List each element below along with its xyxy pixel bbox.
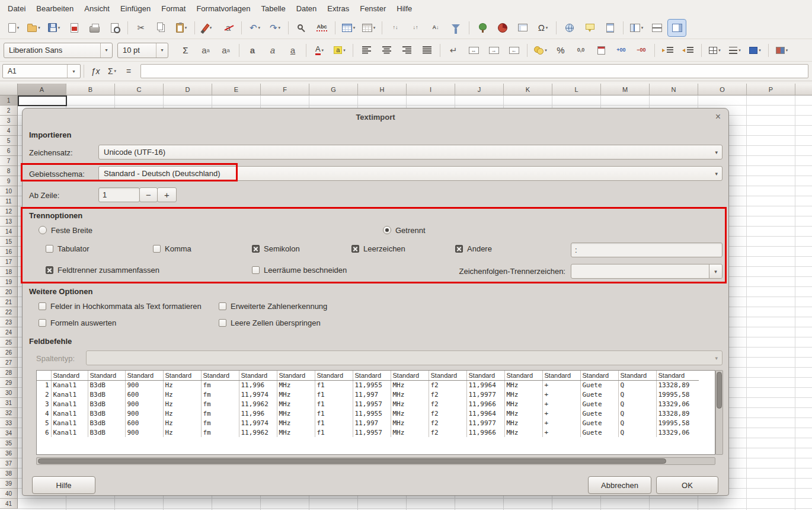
print-preview-icon[interactable] (106, 20, 123, 36)
insert-rows-icon[interactable]: ▾ (340, 20, 357, 36)
formula-icon[interactable]: = (121, 63, 136, 79)
column-header-o[interactable]: O (698, 84, 747, 95)
row-header-17[interactable]: 17 (0, 257, 18, 267)
ab-zeile-input[interactable]: 1 (98, 187, 140, 202)
row-header-37[interactable]: 37 (0, 458, 18, 468)
row-header-32[interactable]: 32 (0, 408, 18, 418)
row-header-35[interactable]: 35 (0, 438, 18, 448)
preview-column-header[interactable]: Standard (201, 371, 239, 380)
insert-pivot-table-icon[interactable] (514, 20, 532, 36)
row-header-30[interactable]: 30 (0, 388, 18, 398)
leerzeichen-checkbox[interactable]: Leerzeichen (351, 244, 405, 253)
column-header-p[interactable]: P (747, 84, 795, 95)
row-header-27[interactable]: 27 (0, 358, 18, 368)
help-button[interactable]: Hilfe (32, 476, 95, 494)
scrollbar-thumb[interactable] (717, 372, 722, 409)
menu-tabelle[interactable]: Tabelle (255, 2, 290, 15)
row-header-40[interactable]: 40 (0, 489, 18, 499)
border-color-icon[interactable]: ▾ (746, 42, 764, 59)
autofilter-icon[interactable] (447, 20, 465, 36)
cut-icon[interactable]: ✂ (132, 20, 150, 36)
align-right-icon[interactable] (398, 42, 415, 59)
undo-icon[interactable]: ↶▾ (246, 20, 264, 36)
row-header-28[interactable]: 28 (0, 368, 18, 378)
row-header-29[interactable]: 29 (0, 378, 18, 388)
preview-column-header[interactable]: Standard (315, 371, 353, 380)
insert-comment-icon[interactable] (581, 20, 599, 36)
row-header-7[interactable]: 7 (0, 156, 18, 166)
paste-icon[interactable]: ▾ (172, 20, 190, 36)
preview-horizontal-scrollbar[interactable] (36, 457, 715, 465)
preview-column-header[interactable]: Standard (504, 371, 542, 380)
column-header-a[interactable]: A (18, 84, 66, 95)
align-left-icon[interactable] (357, 42, 375, 59)
chevron-down-icon[interactable] (709, 264, 722, 278)
feldtrenner-zusammenfassen-checkbox[interactable]: Feldtrenner zusammenfassen (46, 265, 159, 275)
row-header-13[interactable]: 13 (0, 216, 18, 227)
sidebar-icon[interactable] (668, 20, 686, 36)
column-header-c[interactable]: C (115, 84, 164, 95)
row-header-22[interactable]: 22 (0, 307, 18, 317)
sum-icon[interactable]: Σ (177, 42, 194, 59)
row-header-41[interactable]: 41 (0, 499, 18, 509)
preview-column-header[interactable]: Standard (618, 371, 656, 380)
export-pdf-icon[interactable] (65, 20, 83, 36)
feste-breite-radio[interactable]: Feste Breite (39, 225, 92, 235)
new-document-icon[interactable]: ▾ (5, 20, 23, 36)
subscript-icon[interactable]: aa (217, 42, 235, 59)
row-header-8[interactable]: 8 (0, 166, 18, 176)
row-header-33[interactable]: 33 (0, 418, 18, 428)
redo-icon[interactable]: ↷▾ (266, 20, 284, 36)
sort-descending-icon[interactable]: ↓↑ (407, 20, 424, 36)
borders-icon[interactable]: ▾ (706, 42, 724, 59)
preview-column-header[interactable]: Standard (163, 371, 201, 380)
select-all-button[interactable] (0, 84, 18, 95)
highlighting-color-icon[interactable]: a▾ (331, 42, 349, 59)
insert-hyperlink-icon[interactable] (561, 20, 578, 36)
row-header-38[interactable]: 38 (0, 468, 18, 479)
column-header-i[interactable]: I (407, 84, 455, 95)
row-header-10[interactable]: 10 (0, 186, 18, 196)
preview-column-header[interactable]: Standard (125, 371, 163, 380)
currency-format-icon[interactable]: ▾ (532, 42, 549, 59)
preview-column-header[interactable]: Standard (580, 371, 618, 380)
find-replace-icon[interactable] (293, 20, 311, 36)
column-header-k[interactable]: K (504, 84, 552, 95)
preview-column-header[interactable]: Standard (277, 371, 315, 380)
insert-image-icon[interactable] (474, 20, 491, 36)
ok-button[interactable]: OK (656, 476, 718, 494)
row-header-20[interactable]: 20 (0, 287, 18, 297)
headers-footers-icon[interactable] (601, 20, 619, 36)
spelling-icon[interactable] (313, 20, 331, 36)
zeichenfolgen-trennerzeichen-combobox[interactable] (571, 264, 723, 279)
preview-column-header[interactable]: Standard (239, 371, 277, 380)
conditional-formatting-icon[interactable]: ▾ (773, 42, 791, 59)
row-header-23[interactable]: 23 (0, 317, 18, 327)
column-header-g[interactable]: G (309, 84, 358, 95)
row-header-18[interactable]: 18 (0, 267, 18, 277)
formeln-auswerten-checkbox[interactable]: Formeln auswerten (39, 318, 116, 327)
number-format-icon[interactable]: 0,0 (572, 42, 590, 59)
scrollbar-thumb[interactable] (38, 458, 666, 464)
align-center-icon[interactable] (378, 42, 395, 59)
row-header-9[interactable]: 9 (0, 176, 18, 186)
menu-datei[interactable]: Datei (2, 2, 31, 15)
delete-decimal-icon[interactable]: −00 (632, 42, 650, 59)
decrease-indent-icon[interactable] (679, 42, 697, 59)
preview-column-header[interactable]: Standard (656, 371, 699, 380)
komma-checkbox[interactable]: Komma (153, 244, 191, 253)
bold-icon[interactable]: a (244, 42, 261, 59)
column-header-d[interactable]: D (164, 84, 212, 95)
leerraeume-beschneiden-checkbox[interactable]: Leerräume beschneiden (252, 265, 347, 275)
row-header-15[interactable]: 15 (0, 237, 18, 247)
column-header-j[interactable]: J (455, 84, 504, 95)
preview-column-header[interactable]: Standard (353, 371, 391, 380)
andere-trennzeichen-input[interactable]: : (571, 243, 723, 257)
menu-bearbeiten[interactable]: Bearbeiten (31, 2, 79, 15)
merge-center-cells-icon[interactable] (465, 42, 482, 59)
row-header-2[interactable]: 2 (0, 106, 18, 116)
row-header-1[interactable]: 1 (0, 95, 18, 106)
border-style-icon[interactable]: ▾ (726, 42, 744, 59)
menu-hilfe[interactable]: Hilfe (391, 2, 417, 15)
print-icon[interactable] (85, 20, 103, 36)
